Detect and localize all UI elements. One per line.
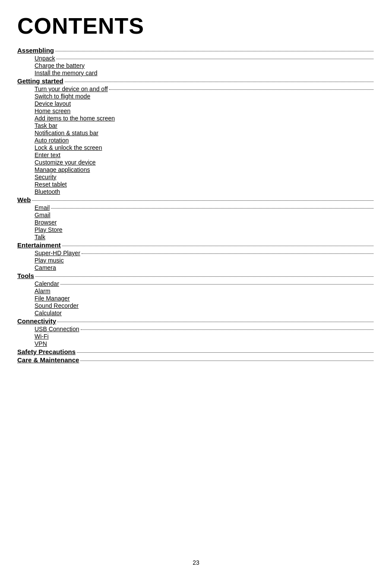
section-label-assembling: Assembling: [17, 47, 54, 54]
toc-item-label: Wi-Fi: [35, 333, 49, 340]
page-footer: 23: [0, 559, 392, 566]
toc-item-label: Super-HD Player: [35, 250, 80, 256]
toc-item-entertainment-2[interactable]: Camera: [17, 264, 375, 271]
page-number: 23: [193, 559, 199, 566]
section-dots-safety: [77, 352, 373, 353]
toc-item-tools-2[interactable]: File Manager: [17, 295, 375, 302]
section-header-entertainment[interactable]: Entertainment: [17, 241, 375, 249]
section-header-safety[interactable]: Safety Precautions: [17, 348, 375, 355]
section-label-getting-started: Getting started: [17, 77, 63, 85]
toc-item-label: Camera: [35, 264, 56, 271]
toc-item-label: USB Connection: [35, 326, 79, 332]
section-dots-tools: [35, 276, 373, 277]
toc-item-label: Calculator: [35, 310, 62, 316]
toc-item-getting-started-12[interactable]: Security: [17, 174, 375, 180]
toc-item-getting-started-10[interactable]: Customize your device: [17, 159, 375, 166]
item-dots: [60, 284, 373, 285]
toc-container: AssemblingUnpackCharge the batteryInstal…: [17, 47, 375, 364]
toc-item-web-4[interactable]: Talk: [17, 234, 375, 240]
toc-item-web-1[interactable]: Gmail: [17, 212, 375, 218]
toc-item-label: VPN: [35, 340, 47, 347]
section-entertainment: EntertainmentSuper-HD PlayerPlay musicCa…: [17, 241, 375, 271]
item-dots: [51, 208, 373, 209]
section-label-web: Web: [17, 196, 31, 203]
toc-item-tools-0[interactable]: Calendar: [17, 280, 375, 287]
toc-item-assembling-0[interactable]: Unpack: [17, 55, 375, 62]
section-label-safety: Safety Precautions: [17, 348, 76, 355]
toc-item-getting-started-8[interactable]: Lock & unlock the screen: [17, 144, 375, 151]
toc-item-getting-started-5[interactable]: Task bar: [17, 122, 375, 129]
toc-item-getting-started-11[interactable]: Manage applications: [17, 166, 375, 173]
toc-item-getting-started-3[interactable]: Home screen: [17, 108, 375, 114]
toc-item-web-2[interactable]: Browser: [17, 219, 375, 226]
section-header-getting-started[interactable]: Getting started: [17, 77, 375, 85]
toc-item-label: File Manager: [35, 295, 70, 302]
page-title: CONTENTS: [17, 13, 375, 39]
section-header-tools[interactable]: Tools: [17, 272, 375, 279]
section-dots-assembling: [55, 51, 373, 51]
toc-item-getting-started-4[interactable]: Add items to the home screen: [17, 115, 375, 122]
toc-item-label: Turn your device on and off: [35, 85, 108, 92]
toc-item-label: Customize your device: [35, 159, 96, 166]
toc-item-label: Charge the battery: [35, 62, 85, 69]
section-label-entertainment: Entertainment: [17, 241, 61, 249]
toc-item-label: Install the memory card: [35, 70, 98, 76]
section-header-care[interactable]: Care & Maintenance: [17, 356, 375, 364]
toc-item-getting-started-7[interactable]: Auto rotation: [17, 137, 375, 144]
section-connectivity: ConnectivityUSB ConnectionWi-FiVPN: [17, 317, 375, 347]
toc-item-web-3[interactable]: Play Store: [17, 226, 375, 233]
toc-item-tools-3[interactable]: Sound Recorder: [17, 302, 375, 309]
toc-item-label: Email: [35, 204, 50, 211]
section-web: WebEmailGmailBrowserPlay StoreTalk: [17, 196, 375, 240]
toc-item-getting-started-1[interactable]: Switch to flight mode: [17, 93, 375, 100]
toc-item-label: Alarm: [35, 288, 51, 294]
toc-item-label: Sound Recorder: [35, 302, 79, 309]
item-dots: [109, 89, 373, 90]
toc-item-label: Auto rotation: [35, 137, 69, 144]
toc-item-label: Gmail: [35, 212, 51, 218]
toc-item-assembling-2[interactable]: Install the memory card: [17, 70, 375, 76]
toc-item-label: Bluetooth: [35, 188, 60, 195]
toc-item-web-0[interactable]: Email: [17, 204, 375, 211]
toc-item-label: Calendar: [35, 280, 59, 287]
section-dots-connectivity: [57, 322, 373, 322]
section-label-tools: Tools: [17, 272, 34, 279]
toc-item-label: Home screen: [35, 108, 70, 114]
toc-item-label: Add items to the home screen: [35, 115, 115, 122]
item-dots: [81, 329, 373, 330]
toc-item-label: Unpack: [35, 55, 55, 62]
section-care: Care & Maintenance: [17, 356, 375, 364]
toc-item-tools-1[interactable]: Alarm: [17, 288, 375, 294]
item-dots: [82, 253, 373, 254]
toc-item-label: Browser: [35, 219, 57, 226]
toc-item-getting-started-2[interactable]: Device layout: [17, 100, 375, 107]
toc-item-label: Play music: [35, 257, 64, 264]
toc-item-connectivity-0[interactable]: USB Connection: [17, 326, 375, 332]
section-dots-entertainment: [62, 246, 373, 246]
toc-item-label: Task bar: [35, 122, 57, 129]
toc-item-getting-started-6[interactable]: Notification & status bar: [17, 130, 375, 136]
section-tools: ToolsCalendarAlarmFile ManagerSound Reco…: [17, 272, 375, 316]
toc-item-label: Switch to flight mode: [35, 93, 90, 100]
toc-item-label: Talk: [35, 234, 45, 240]
toc-item-label: Manage applications: [35, 166, 90, 173]
toc-item-getting-started-13[interactable]: Reset tablet: [17, 181, 375, 188]
toc-item-getting-started-0[interactable]: Turn your device on and off: [17, 85, 375, 92]
toc-item-entertainment-1[interactable]: Play music: [17, 257, 375, 264]
section-dots-getting-started: [65, 82, 373, 82]
toc-item-getting-started-9[interactable]: Enter text: [17, 152, 375, 158]
toc-item-label: Reset tablet: [35, 181, 67, 188]
section-header-connectivity[interactable]: Connectivity: [17, 317, 375, 325]
section-header-web[interactable]: Web: [17, 196, 375, 203]
toc-item-getting-started-14[interactable]: Bluetooth: [17, 188, 375, 195]
section-dots-care: [80, 361, 373, 361]
toc-item-entertainment-0[interactable]: Super-HD Player: [17, 250, 375, 256]
toc-item-tools-4[interactable]: Calculator: [17, 310, 375, 316]
toc-item-connectivity-2[interactable]: VPN: [17, 340, 375, 347]
toc-item-label: Security: [35, 174, 57, 180]
toc-item-label: Notification & status bar: [35, 130, 98, 136]
toc-item-connectivity-1[interactable]: Wi-Fi: [17, 333, 375, 340]
toc-item-label: Enter text: [35, 152, 60, 158]
toc-item-assembling-1[interactable]: Charge the battery: [17, 62, 375, 69]
section-header-assembling[interactable]: Assembling: [17, 47, 375, 54]
